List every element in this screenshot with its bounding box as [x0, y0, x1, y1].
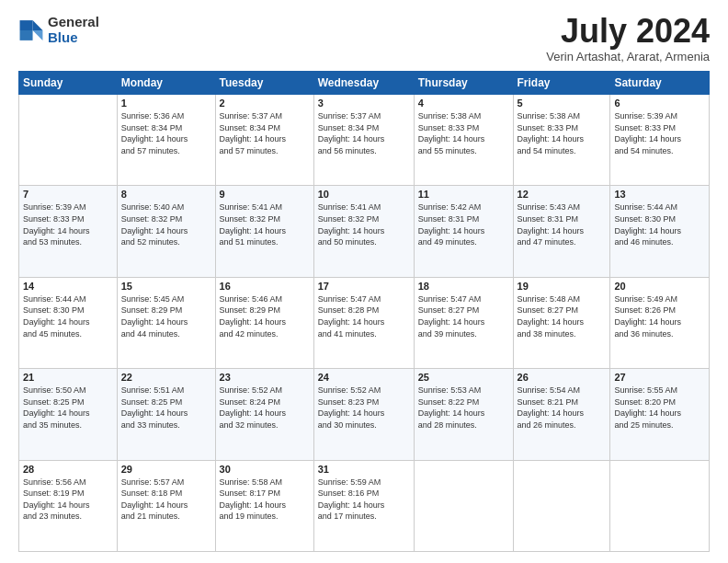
- day-number: 14: [23, 281, 113, 292]
- day-info: Sunrise: 5:37 AM Sunset: 8:34 PM Dayligh…: [318, 110, 410, 156]
- day-number: 10: [318, 189, 410, 200]
- col-friday: Friday: [513, 72, 610, 95]
- calendar-week-4: 21Sunrise: 5:50 AM Sunset: 8:25 PM Dayli…: [19, 369, 710, 460]
- day-info: Sunrise: 5:47 AM Sunset: 8:28 PM Dayligh…: [318, 293, 410, 339]
- day-number: 5: [518, 98, 607, 109]
- col-monday: Monday: [117, 72, 215, 95]
- day-number: 16: [220, 281, 310, 292]
- calendar-table: Sunday Monday Tuesday Wednesday Thursday…: [18, 71, 710, 552]
- svg-marker-1: [33, 30, 43, 40]
- calendar-cell: 17Sunrise: 5:47 AM Sunset: 8:28 PM Dayli…: [313, 277, 414, 368]
- calendar-cell: 13Sunrise: 5:44 AM Sunset: 8:30 PM Dayli…: [610, 186, 710, 277]
- day-number: 29: [121, 464, 211, 475]
- calendar-cell: 3Sunrise: 5:37 AM Sunset: 8:34 PM Daylig…: [313, 95, 414, 186]
- svg-marker-0: [33, 20, 43, 30]
- day-info: Sunrise: 5:52 AM Sunset: 8:24 PM Dayligh…: [220, 385, 310, 431]
- calendar-cell: 12Sunrise: 5:43 AM Sunset: 8:31 PM Dayli…: [513, 186, 610, 277]
- calendar-cell: 18Sunrise: 5:47 AM Sunset: 8:27 PM Dayli…: [414, 277, 513, 368]
- day-info: Sunrise: 5:39 AM Sunset: 8:33 PM Dayligh…: [23, 201, 113, 247]
- day-info: Sunrise: 5:48 AM Sunset: 8:27 PM Dayligh…: [518, 293, 607, 339]
- day-number: 18: [418, 281, 509, 292]
- calendar-week-1: 1Sunrise: 5:36 AM Sunset: 8:34 PM Daylig…: [19, 95, 710, 186]
- col-saturday: Saturday: [610, 72, 710, 95]
- calendar-cell: 31Sunrise: 5:59 AM Sunset: 8:16 PM Dayli…: [313, 460, 414, 551]
- day-number: 8: [121, 189, 211, 200]
- calendar-cell: 28Sunrise: 5:56 AM Sunset: 8:19 PM Dayli…: [19, 460, 118, 551]
- day-info: Sunrise: 5:40 AM Sunset: 8:32 PM Dayligh…: [121, 201, 211, 247]
- calendar-cell: 26Sunrise: 5:54 AM Sunset: 8:21 PM Dayli…: [513, 369, 610, 460]
- calendar-cell: 7Sunrise: 5:39 AM Sunset: 8:33 PM Daylig…: [19, 186, 118, 277]
- day-info: Sunrise: 5:53 AM Sunset: 8:22 PM Dayligh…: [418, 385, 509, 431]
- calendar-cell: 27Sunrise: 5:55 AM Sunset: 8:20 PM Dayli…: [610, 369, 710, 460]
- day-info: Sunrise: 5:44 AM Sunset: 8:30 PM Dayligh…: [23, 293, 113, 339]
- day-info: Sunrise: 5:59 AM Sunset: 8:16 PM Dayligh…: [318, 477, 410, 523]
- day-number: 7: [23, 189, 113, 200]
- calendar-cell: 6Sunrise: 5:39 AM Sunset: 8:33 PM Daylig…: [610, 95, 710, 186]
- day-number: 30: [220, 464, 310, 475]
- day-number: 4: [418, 98, 509, 109]
- day-info: Sunrise: 5:38 AM Sunset: 8:33 PM Dayligh…: [418, 110, 509, 156]
- day-info: Sunrise: 5:50 AM Sunset: 8:25 PM Dayligh…: [23, 385, 113, 431]
- logo-text: General Blue: [48, 15, 99, 45]
- calendar-cell: 21Sunrise: 5:50 AM Sunset: 8:25 PM Dayli…: [19, 369, 118, 460]
- day-number: 2: [220, 98, 310, 109]
- day-info: Sunrise: 5:37 AM Sunset: 8:34 PM Dayligh…: [220, 110, 310, 156]
- day-info: Sunrise: 5:57 AM Sunset: 8:18 PM Dayligh…: [121, 477, 211, 523]
- day-number: 21: [23, 372, 113, 383]
- calendar-week-2: 7Sunrise: 5:39 AM Sunset: 8:33 PM Daylig…: [19, 186, 710, 277]
- day-number: 25: [418, 372, 509, 383]
- calendar-cell: 22Sunrise: 5:51 AM Sunset: 8:25 PM Dayli…: [117, 369, 215, 460]
- day-number: 31: [318, 464, 410, 475]
- calendar-cell: [610, 460, 710, 551]
- day-number: 9: [220, 189, 310, 200]
- day-info: Sunrise: 5:41 AM Sunset: 8:32 PM Dayligh…: [220, 201, 310, 247]
- day-info: Sunrise: 5:41 AM Sunset: 8:32 PM Dayligh…: [318, 201, 410, 247]
- calendar-week-3: 14Sunrise: 5:44 AM Sunset: 8:30 PM Dayli…: [19, 277, 710, 368]
- day-info: Sunrise: 5:52 AM Sunset: 8:23 PM Dayligh…: [318, 385, 410, 431]
- calendar-cell: 9Sunrise: 5:41 AM Sunset: 8:32 PM Daylig…: [215, 186, 313, 277]
- calendar-cell: 29Sunrise: 5:57 AM Sunset: 8:18 PM Dayli…: [117, 460, 215, 551]
- day-info: Sunrise: 5:51 AM Sunset: 8:25 PM Dayligh…: [121, 385, 211, 431]
- day-number: 23: [220, 372, 310, 383]
- day-number: 27: [614, 372, 705, 383]
- day-number: 20: [614, 281, 705, 292]
- day-info: Sunrise: 5:42 AM Sunset: 8:31 PM Dayligh…: [418, 201, 509, 247]
- day-info: Sunrise: 5:44 AM Sunset: 8:30 PM Dayligh…: [614, 201, 705, 247]
- header: General Blue July 2024 Verin Artashat, A…: [18, 15, 710, 63]
- calendar-cell: 2Sunrise: 5:37 AM Sunset: 8:34 PM Daylig…: [215, 95, 313, 186]
- day-number: 24: [318, 372, 410, 383]
- day-info: Sunrise: 5:46 AM Sunset: 8:29 PM Dayligh…: [220, 293, 310, 339]
- col-sunday: Sunday: [19, 72, 118, 95]
- calendar-cell: 24Sunrise: 5:52 AM Sunset: 8:23 PM Dayli…: [313, 369, 414, 460]
- day-number: 15: [121, 281, 211, 292]
- logo: General Blue: [18, 15, 99, 45]
- day-info: Sunrise: 5:56 AM Sunset: 8:19 PM Dayligh…: [23, 477, 113, 523]
- day-info: Sunrise: 5:39 AM Sunset: 8:33 PM Dayligh…: [614, 110, 705, 156]
- month-title: July 2024: [546, 15, 710, 48]
- day-info: Sunrise: 5:47 AM Sunset: 8:27 PM Dayligh…: [418, 293, 509, 339]
- day-info: Sunrise: 5:43 AM Sunset: 8:31 PM Dayligh…: [518, 201, 607, 247]
- calendar-cell: 23Sunrise: 5:52 AM Sunset: 8:24 PM Dayli…: [215, 369, 313, 460]
- day-info: Sunrise: 5:45 AM Sunset: 8:29 PM Dayligh…: [121, 293, 211, 339]
- header-row: Sunday Monday Tuesday Wednesday Thursday…: [19, 72, 710, 95]
- calendar-cell: 25Sunrise: 5:53 AM Sunset: 8:22 PM Dayli…: [414, 369, 513, 460]
- day-number: 3: [318, 98, 410, 109]
- calendar-cell: 14Sunrise: 5:44 AM Sunset: 8:30 PM Dayli…: [19, 277, 118, 368]
- day-number: 26: [518, 372, 607, 383]
- day-number: 11: [418, 189, 509, 200]
- day-info: Sunrise: 5:49 AM Sunset: 8:26 PM Dayligh…: [614, 293, 705, 339]
- calendar-week-5: 28Sunrise: 5:56 AM Sunset: 8:19 PM Dayli…: [19, 460, 710, 551]
- day-number: 28: [23, 464, 113, 475]
- svg-rect-2: [20, 20, 33, 30]
- calendar-cell: 16Sunrise: 5:46 AM Sunset: 8:29 PM Dayli…: [215, 277, 313, 368]
- col-thursday: Thursday: [414, 72, 513, 95]
- day-info: Sunrise: 5:36 AM Sunset: 8:34 PM Dayligh…: [121, 110, 211, 156]
- col-wednesday: Wednesday: [313, 72, 414, 95]
- calendar-cell: 15Sunrise: 5:45 AM Sunset: 8:29 PM Dayli…: [117, 277, 215, 368]
- calendar-cell: 8Sunrise: 5:40 AM Sunset: 8:32 PM Daylig…: [117, 186, 215, 277]
- calendar-cell: [513, 460, 610, 551]
- calendar-cell: 1Sunrise: 5:36 AM Sunset: 8:34 PM Daylig…: [117, 95, 215, 186]
- calendar-cell: 4Sunrise: 5:38 AM Sunset: 8:33 PM Daylig…: [414, 95, 513, 186]
- day-info: Sunrise: 5:58 AM Sunset: 8:17 PM Dayligh…: [220, 477, 310, 523]
- day-number: 17: [318, 281, 410, 292]
